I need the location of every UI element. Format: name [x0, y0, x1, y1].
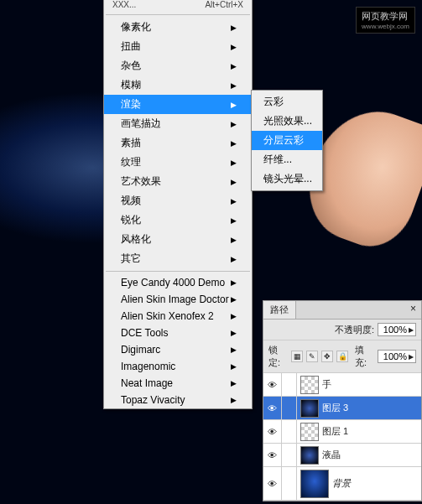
chevron-right-icon: ▶	[231, 236, 237, 244]
fill-input[interactable]: ▶	[378, 350, 416, 363]
menu-separator	[106, 14, 250, 15]
menu-item-label: 风格化	[121, 232, 151, 247]
layer-row[interactable]: 👁图层 3	[263, 397, 421, 420]
menu-item[interactable]: 模糊▶	[104, 75, 252, 95]
chevron-right-icon: ▶	[231, 278, 237, 287]
chevron-right-icon[interactable]: ▶	[407, 326, 414, 334]
menu-item-plugin[interactable]: DCE Tools▶	[104, 325, 252, 341]
menu-item-label: Topaz Vivacity	[121, 394, 185, 406]
lock-paint-icon[interactable]: ✎	[306, 351, 318, 362]
visibility-eye-icon[interactable]: 👁	[263, 397, 282, 419]
menu-item[interactable]: 风格化▶	[104, 230, 252, 249]
menu-item-label: 画笔描边	[121, 117, 161, 131]
layers-lock-row: 锁定: ▦ ✎ ✥ 🔒 填充: ▶	[263, 340, 421, 373]
chevron-right-icon: ▶	[231, 362, 237, 371]
visibility-eye-icon[interactable]: 👁	[263, 420, 282, 443]
menu-item-label: 艺术效果	[121, 174, 161, 189]
chevron-right-icon: ▶	[231, 379, 237, 387]
opacity-input[interactable]: ▶	[378, 323, 416, 336]
menu-item[interactable]: 纹理▶	[104, 153, 252, 172]
layer-row[interactable]: 👁图层 1	[263, 420, 421, 444]
link-column[interactable]	[282, 373, 297, 396]
menu-item[interactable]: 杂色▶	[104, 56, 252, 75]
layer-thumbnail[interactable]	[300, 446, 319, 465]
submenu-item[interactable]: 分层云彩	[252, 131, 322, 150]
tab-paths[interactable]: 路径	[263, 301, 296, 319]
menu-item[interactable]: 渲染▶	[104, 95, 252, 114]
opacity-label: 不透明度:	[335, 324, 374, 336]
lock-move-icon[interactable]: ✥	[321, 351, 333, 362]
menu-item[interactable]: 素描▶	[104, 133, 252, 153]
layer-name: 图层 1	[322, 425, 348, 438]
layer-row[interactable]: 👁背景	[263, 467, 421, 501]
chevron-right-icon: ▶	[231, 178, 237, 186]
visibility-eye-icon[interactable]: 👁	[263, 467, 282, 500]
menu-item[interactable]: 像素化▶	[104, 18, 252, 37]
layer-thumbnail[interactable]	[300, 470, 329, 498]
layer-thumbnail[interactable]	[300, 376, 319, 394]
menu-item[interactable]: 艺术效果▶	[104, 172, 252, 191]
menu-item[interactable]: 视频▶	[104, 191, 252, 210]
link-column[interactable]	[282, 467, 297, 500]
chevron-right-icon: ▶	[231, 101, 237, 109]
chevron-right-icon: ▶	[231, 23, 237, 32]
menu-item-label: 其它	[121, 252, 141, 266]
chevron-right-icon: ▶	[231, 295, 237, 304]
menu-item[interactable]: 画笔描边▶	[104, 114, 252, 133]
menu-item[interactable]: 扭曲▶	[104, 37, 252, 56]
menu-item[interactable]: 锐化▶	[104, 210, 252, 230]
submenu-item[interactable]: 镜头光晕...	[252, 169, 322, 189]
layer-row[interactable]: 👁手	[263, 373, 421, 397]
menu-item-label: Imagenomic	[121, 361, 175, 372]
visibility-eye-icon[interactable]: 👁	[263, 373, 282, 396]
link-column[interactable]	[282, 397, 297, 419]
chevron-right-icon: ▶	[231, 396, 237, 404]
submenu-item[interactable]: 光照效果...	[252, 112, 322, 131]
menu-item-label: Digimarc	[121, 344, 160, 356]
link-column[interactable]	[282, 420, 297, 443]
lock-label: 锁定:	[268, 344, 288, 369]
chevron-right-icon: ▶	[231, 197, 237, 205]
filter-menu: XXX... Alt+Ctrl+X 像素化▶扭曲▶杂色▶模糊▶渲染▶画笔描边▶素…	[103, 0, 253, 409]
menu-item-plugin[interactable]: Alien Skin Image Doctor▶	[104, 291, 252, 308]
menu-item-plugin[interactable]: Neat Image▶	[104, 375, 252, 392]
watermark-url: www.webjx.com	[362, 23, 409, 30]
menu-item-plugin[interactable]: Topaz Vivacity▶	[104, 392, 252, 408]
menu-item-plugin[interactable]: Imagenomic▶	[104, 358, 252, 375]
chevron-right-icon: ▶	[231, 81, 237, 90]
menu-item-label: Alien Skin Image Doctor	[121, 294, 229, 305]
menu-item-label: 像素化	[121, 20, 151, 34]
submenu-item[interactable]: 云彩	[252, 92, 322, 112]
menu-item-plugin[interactable]: Digimarc▶	[104, 341, 252, 358]
menu-item[interactable]: 其它▶	[104, 249, 252, 268]
lock-all-icon[interactable]: 🔒	[336, 351, 348, 362]
layer-name: 手	[322, 378, 331, 391]
layer-name: 液晶	[322, 449, 341, 461]
chevron-right-icon: ▶	[231, 158, 237, 167]
menu-item-plugin[interactable]: Alien Skin Xenofex 2▶	[104, 308, 252, 325]
chevron-right-icon: ▶	[231, 346, 237, 354]
menu-item-label: 杂色	[121, 59, 141, 73]
lock-transparency-icon[interactable]: ▦	[291, 351, 303, 362]
layer-row[interactable]: 👁液晶	[263, 444, 421, 467]
chevron-right-icon: ▶	[231, 120, 237, 128]
menu-header: XXX... Alt+Ctrl+X	[104, 0, 252, 12]
layer-thumbnail[interactable]	[300, 399, 319, 418]
watermark-title: 网页教学网	[362, 10, 409, 23]
fill-value[interactable]	[380, 351, 407, 361]
panel-close-icon[interactable]: ×	[405, 301, 421, 319]
menu-item-label: Neat Image	[121, 377, 173, 389]
link-column[interactable]	[282, 444, 297, 466]
menu-item-plugin[interactable]: Eye Candy 4000 Demo▶	[104, 274, 252, 291]
opacity-value[interactable]	[380, 325, 407, 335]
menu-item-label: Alien Skin Xenofex 2	[121, 310, 214, 322]
visibility-eye-icon[interactable]: 👁	[263, 444, 282, 466]
chevron-right-icon[interactable]: ▶	[407, 353, 414, 361]
fill-label: 填充:	[355, 344, 374, 369]
chevron-right-icon: ▶	[231, 216, 237, 225]
menu-item-label: 素描	[121, 136, 141, 150]
submenu-item[interactable]: 纤维...	[252, 150, 322, 169]
chevron-right-icon: ▶	[231, 139, 237, 148]
layer-thumbnail[interactable]	[300, 423, 319, 441]
layers-panel: 路径 × 不透明度: ▶ 锁定: ▦ ✎ ✥ 🔒 填充: ▶ 👁手👁图层 3👁图…	[263, 300, 422, 501]
